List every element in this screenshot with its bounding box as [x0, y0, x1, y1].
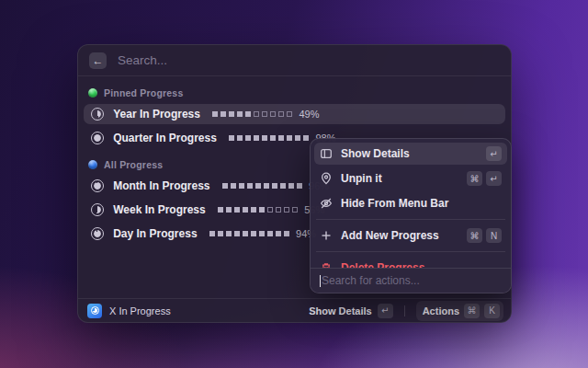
back-arrow-icon: ← — [93, 54, 104, 67]
progress-pie-icon — [91, 132, 104, 144]
pin-icon — [320, 172, 333, 185]
progress-block — [262, 135, 268, 142]
primary-action[interactable]: Show Details ↵ — [309, 304, 392, 318]
progress-block — [243, 231, 249, 237]
primary-action-label: Show Details — [309, 305, 371, 316]
menu-item-hide-from-menu-bar[interactable]: Hide From Menu Bar — [314, 192, 507, 214]
text-caret — [320, 275, 321, 287]
trash-icon — [320, 261, 333, 268]
progress-block — [251, 207, 257, 213]
progress-block — [239, 183, 245, 190]
progress-block — [292, 207, 299, 213]
progress-pie-icon — [91, 203, 104, 216]
progress-block — [229, 135, 235, 142]
progress-block — [267, 207, 274, 213]
menu-item-label: Show Details — [341, 147, 478, 160]
menu-item-show-details[interactable]: Show Details ↵ — [314, 143, 507, 165]
progress-block — [245, 111, 252, 118]
desktop-wallpaper: ← Search... Pinned Progress Year In Prog… — [0, 0, 588, 368]
progress-block — [209, 231, 216, 237]
app-icon — [87, 304, 102, 318]
progress-block — [287, 111, 293, 118]
progress-block — [245, 135, 252, 142]
progress-pie-icon — [91, 179, 104, 192]
progress-block — [297, 183, 303, 190]
n-key-icon: N — [486, 228, 502, 243]
menu-divider — [316, 219, 505, 220]
menu-item-label: Delete Progress — [341, 261, 502, 268]
back-button[interactable]: ← — [89, 52, 107, 69]
return-key-icon: ↵ — [378, 304, 393, 318]
pinned-dot-icon — [88, 88, 97, 98]
progress-block — [278, 135, 285, 142]
menu-item-add-new-progress[interactable]: Add New Progress ⌘ N — [314, 224, 507, 247]
section-label: Pinned Progress — [104, 87, 183, 98]
menu-item-unpin-it[interactable]: Unpin it ⌘ ↵ — [314, 167, 507, 190]
actions-button[interactable]: Actions ⌘ K — [416, 301, 503, 321]
progress-block — [288, 183, 295, 190]
list-item-label: Day In Progress — [113, 227, 197, 240]
actions-label: Actions — [423, 305, 459, 316]
progress-block — [270, 135, 277, 142]
progress-block — [234, 231, 241, 237]
progress-block — [272, 183, 278, 190]
return-key-icon: ↵ — [486, 146, 502, 161]
actions-menu-list: Show Details ↵ Unpin it ⌘ ↵ — [311, 139, 511, 268]
menu-item-delete-progress[interactable]: Delete Progress — [314, 257, 507, 268]
progress-block — [278, 111, 285, 118]
progress-block — [262, 111, 268, 118]
actions-search-placeholder: Search for actions... — [322, 274, 420, 287]
list-item-label: Month In Progress — [113, 179, 209, 192]
search-bar: ← Search... — [78, 45, 511, 76]
progress-block — [280, 183, 287, 190]
list-item-year-in-progress[interactable]: Year In Progress 49% — [84, 104, 505, 124]
progress-block — [226, 207, 232, 213]
progress-block — [295, 135, 301, 142]
progress-block — [212, 111, 219, 118]
progress-block — [276, 207, 282, 213]
progress-block — [259, 207, 266, 213]
progress-block — [243, 207, 249, 213]
menu-item-label: Hide From Menu Bar — [341, 197, 502, 210]
progress-block — [287, 135, 293, 142]
return-key-icon: ↵ — [486, 171, 502, 186]
progress-pie-icon — [91, 108, 104, 121]
progress-block — [303, 135, 310, 142]
progress-block — [222, 183, 229, 190]
section-header-pinned: Pinned Progress — [84, 80, 505, 103]
progress-block — [220, 111, 227, 118]
progress-block — [284, 231, 290, 237]
app-pie-glyph — [91, 306, 99, 315]
command-key-icon: ⌘ — [467, 171, 482, 186]
progress-block — [276, 231, 282, 237]
k-key-icon: K — [484, 304, 500, 318]
list-item-label: Year In Progress — [113, 108, 200, 121]
progress-block — [270, 111, 277, 118]
sidebar-icon — [320, 147, 333, 160]
progress-block — [259, 231, 266, 237]
command-key-icon: ⌘ — [464, 304, 480, 318]
progress-block — [254, 135, 260, 142]
app-name: X In Progress — [109, 305, 171, 316]
progress-block — [251, 231, 257, 237]
progress-block — [247, 183, 254, 190]
progress-block — [267, 231, 274, 237]
menu-item-label: Unpin it — [341, 172, 458, 185]
progress-block — [237, 111, 243, 118]
progress-blocks — [212, 111, 293, 118]
progress-block — [264, 183, 270, 190]
footer-bar: X In Progress Show Details ↵ Actions ⌘ K — [78, 298, 511, 322]
progress-blocks — [229, 135, 310, 142]
command-key-icon: ⌘ — [467, 228, 482, 243]
progress-pie-icon — [91, 227, 104, 240]
progress-blocks — [209, 231, 290, 237]
list-item-label: Week In Progress — [113, 203, 206, 216]
progress-block — [284, 207, 290, 213]
search-input[interactable]: Search... — [118, 53, 167, 67]
all-dot-icon — [88, 160, 97, 169]
progress-block — [254, 111, 260, 118]
actions-search-input[interactable]: Search for actions... — [311, 268, 511, 293]
progress-block — [237, 135, 243, 142]
eye-slash-icon — [320, 197, 333, 210]
progress-block — [234, 207, 241, 213]
